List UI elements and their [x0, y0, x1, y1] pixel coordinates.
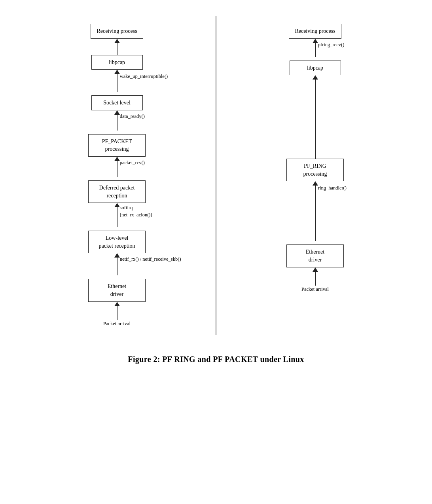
arrowhead-bottom-left	[114, 302, 120, 306]
ethernet-driver-left: Ethernet driver	[88, 279, 146, 301]
arrowhead-1	[114, 70, 120, 74]
vline-r1	[315, 80, 316, 159]
vline-5	[117, 258, 117, 275]
bottom-arrow-right	[313, 267, 318, 286]
label-packet-rcv: packet_rcv()	[120, 159, 145, 167]
arrow-seg-1: wake_up_interruptible()	[88, 70, 146, 95]
arrowhead-0	[114, 39, 120, 43]
arrowhead-4	[114, 203, 120, 207]
right-column: Receiving process pfring_recv() libpcap …	[220, 16, 410, 301]
socket-level-left: Socket level	[91, 95, 143, 110]
packet-arrival-right: Packet arrival	[301, 286, 329, 293]
label-netif-rx: netif_rx() / netif_receive_skb()	[120, 256, 181, 263]
arrow-seg-r2: ring_handler()	[286, 181, 344, 244]
arrow-seg-0	[114, 39, 120, 55]
receiving-process-left: Receiving process	[91, 24, 143, 39]
low-level-left: Low-level packet reception	[88, 231, 146, 253]
ethernet-driver-right: Ethernet driver	[286, 244, 344, 267]
arrowhead-5	[114, 253, 120, 258]
arrow-seg-3: packet_rcv()	[88, 157, 146, 180]
pf-ring-right: PF_RING processing	[286, 159, 344, 181]
pf-packet-left: PF_PACKET processing	[88, 134, 146, 157]
vline-1	[117, 74, 117, 92]
vline-0	[117, 43, 117, 55]
arrowhead-2	[114, 110, 120, 115]
arrow-seg-r1	[313, 75, 318, 159]
arrowhead-3	[114, 157, 120, 161]
label-wake-up: wake_up_interruptible()	[120, 73, 168, 80]
diagram-container: Receiving process libpcap wake_up_interr…	[22, 16, 410, 335]
arrow-seg-5: netif_rx() / netif_receive_skb()	[88, 253, 146, 279]
vline-bottom-left	[117, 306, 117, 320]
vline-r2	[315, 186, 316, 241]
receiving-process-right: Receiving process	[289, 24, 341, 39]
bottom-arrow-left	[114, 302, 120, 320]
vline-2	[117, 115, 117, 131]
column-divider	[216, 16, 216, 335]
label-ring-handler: ring_handler()	[318, 184, 347, 192]
right-flow: Receiving process pfring_recv() libpcap …	[286, 24, 344, 293]
vline-r0	[315, 43, 316, 57]
arrow-seg-r0: pfring_recv()	[286, 39, 344, 61]
packet-arrival-left: Packet arrival	[103, 320, 131, 328]
vline-4	[117, 207, 117, 227]
arrowhead-r2	[313, 181, 318, 186]
label-pfring-recv: pfring_recv()	[318, 41, 345, 49]
libpcap-left: libpcap	[91, 55, 143, 70]
figure-caption: Figure 2: PF RING and PF PACKET under Li…	[128, 355, 304, 364]
vline-3	[117, 161, 117, 177]
arrowhead-r0	[313, 39, 318, 43]
left-flow: Receiving process libpcap wake_up_interr…	[88, 24, 146, 327]
left-column: Receiving process libpcap wake_up_interr…	[22, 16, 212, 335]
deferred-packet-left: Deferred packet reception	[88, 180, 146, 203]
arrow-seg-4: softirq [net_rx_acion()]	[88, 203, 146, 231]
libpcap-right: libpcap	[290, 61, 341, 76]
arrowhead-bottom-right	[313, 267, 318, 272]
arrowhead-r1	[313, 75, 318, 80]
label-data-ready: data_ready()	[120, 113, 145, 120]
label-softirq: softirq [net_rx_acion()]	[120, 205, 152, 218]
vline-bottom-right	[315, 272, 316, 286]
arrow-seg-2: data_ready()	[88, 110, 146, 134]
